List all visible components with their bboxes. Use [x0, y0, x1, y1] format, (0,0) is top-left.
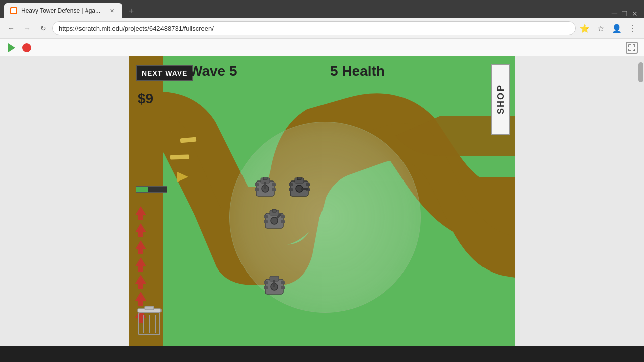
minimize-button[interactable]: ─ [612, 9, 617, 18]
back-button[interactable]: ← [4, 21, 18, 35]
next-wave-button[interactable]: NEXT WAVE [136, 65, 193, 81]
active-tab[interactable]: Heavy Tower Defense | #ga... ✕ [4, 3, 122, 18]
tower-range-circle [229, 122, 421, 313]
svg-rect-3 [129, 56, 163, 346]
shop-button[interactable]: SHOP [491, 64, 510, 135]
scrollbar[interactable] [637, 56, 644, 346]
tab-title: Heavy Tower Defense | #ga... [21, 7, 100, 14]
svg-point-2 [22, 43, 31, 52]
green-flag-button[interactable] [6, 42, 17, 53]
fullscreen-button[interactable] [626, 42, 638, 54]
scrollbar-thumb[interactable] [638, 62, 643, 82]
bookmark-icon[interactable]: ☆ [594, 21, 608, 35]
tab-favicon [10, 7, 17, 14]
game-canvas: NEXT WAVE Wave 5 5 Health $9 SHOP [129, 56, 515, 346]
stop-button[interactable] [21, 42, 32, 53]
refresh-button[interactable]: ↻ [36, 21, 50, 35]
browser-window: Heavy Tower Defense | #ga... ✕ + ─ ☐ ✕ ←… [0, 0, 644, 56]
account-icon[interactable]: 👤 [610, 21, 624, 35]
shop-label: SHOP [496, 84, 506, 114]
toolbar: ← → ↻ https://scratch.mit.edu/projects/6… [0, 18, 644, 38]
new-tab-button[interactable]: + [124, 4, 138, 18]
svg-marker-1 [8, 43, 15, 52]
forward-button[interactable]: → [20, 21, 34, 35]
extensions-icon[interactable]: ⭐ [578, 21, 592, 35]
close-button[interactable]: ✕ [632, 10, 638, 18]
address-bar[interactable]: https://scratch.mit.edu/projects/6424887… [52, 21, 576, 35]
maximize-button[interactable]: ☐ [621, 10, 628, 18]
tab-close-button[interactable]: ✕ [108, 7, 116, 15]
svg-rect-0 [11, 8, 16, 13]
tab-bar: Heavy Tower Defense | #ga... ✕ + ─ ☐ ✕ [0, 0, 644, 18]
url-text: https://scratch.mit.edu/projects/6424887… [59, 25, 214, 32]
menu-icon[interactable]: ⋮ [626, 21, 640, 35]
toolbar-actions: ⭐ ☆ 👤 ⋮ [578, 21, 640, 35]
scratch-controls-bar [0, 38, 644, 56]
scratch-buttons [6, 42, 32, 53]
